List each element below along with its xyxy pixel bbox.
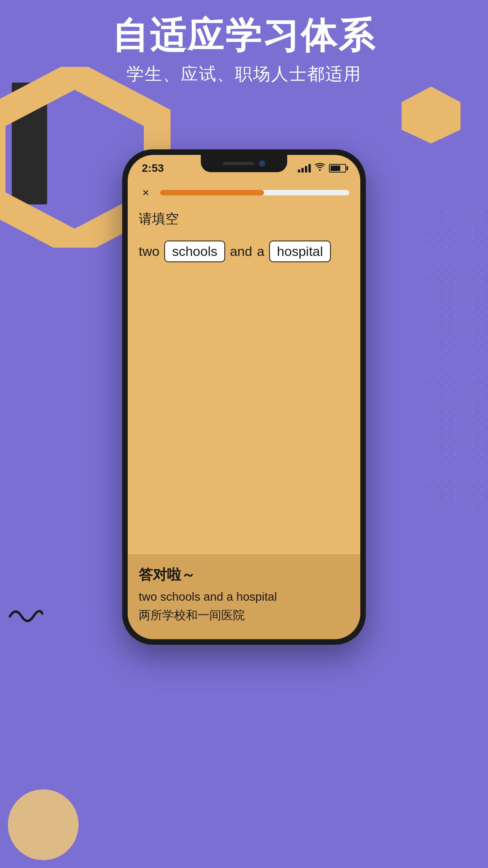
status-icons bbox=[298, 163, 346, 174]
svg-marker-1 bbox=[402, 86, 460, 143]
word-a: a bbox=[257, 244, 264, 259]
top-bar: × bbox=[128, 178, 360, 205]
answer-english: two schools and a hospital bbox=[139, 590, 349, 603]
status-time: 2:53 bbox=[142, 162, 164, 175]
answer-section: 答对啦～ two schools and a hospital 两所学校和一间医… bbox=[128, 554, 360, 639]
notch-camera bbox=[259, 160, 265, 167]
progress-fill bbox=[160, 190, 264, 195]
battery-icon bbox=[329, 164, 346, 173]
close-icon: × bbox=[142, 186, 149, 199]
word-two: two bbox=[139, 244, 160, 259]
main-title: 自适应学习体系 bbox=[0, 16, 488, 55]
screen-content: × 请填空 two schools and a hospital bbox=[128, 178, 360, 639]
fill-blank-label: 请填空 bbox=[128, 205, 360, 237]
phone-frame: 2:53 bbox=[122, 149, 366, 645]
phone-mockup: 2:53 bbox=[122, 149, 366, 645]
circle-decoration bbox=[8, 789, 79, 860]
sub-title: 学生、应试、职场人士都适用 bbox=[0, 63, 488, 86]
svg-point-2 bbox=[319, 169, 321, 171]
dots-pattern-decoration bbox=[425, 208, 488, 515]
word-schools[interactable]: schools bbox=[164, 241, 225, 262]
title-area: 自适应学习体系 学生、应试、职场人士都适用 bbox=[0, 16, 488, 86]
squiggle-decoration bbox=[8, 603, 43, 624]
answer-chinese: 两所学校和一间医院 bbox=[139, 607, 349, 623]
close-button[interactable]: × bbox=[139, 186, 153, 200]
sentence-area: two schools and a hospital bbox=[128, 237, 360, 265]
signal-icon bbox=[298, 164, 311, 173]
answer-correct-label: 答对啦～ bbox=[139, 565, 349, 585]
notch-speaker bbox=[223, 162, 254, 165]
phone-screen: 2:53 bbox=[128, 155, 360, 639]
word-hospital[interactable]: hospital bbox=[269, 241, 331, 262]
word-and: and bbox=[230, 244, 252, 259]
wifi-icon bbox=[315, 163, 325, 174]
progress-bar bbox=[160, 190, 349, 195]
hexagon-solid-decoration bbox=[398, 83, 464, 145]
phone-notch bbox=[201, 155, 287, 172]
